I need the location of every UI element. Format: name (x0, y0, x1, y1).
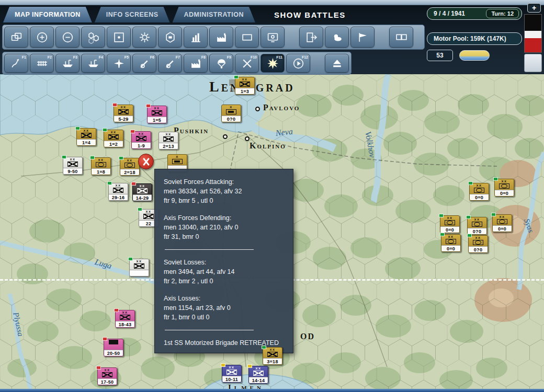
flag-footer-box (524, 54, 542, 72)
unit-strength: 5-29 (114, 116, 133, 122)
unit-strength: 1=8 (92, 168, 110, 175)
unit-counter[interactable]: XX3=18 (263, 347, 282, 365)
mode-title: SHOW BATTLES (274, 7, 346, 22)
unit-counter[interactable]: XX0=0 (469, 183, 489, 201)
unit-symbol-inf (253, 371, 264, 376)
unit-counter[interactable]: X0?0 (221, 105, 241, 122)
unit-flag (112, 103, 117, 107)
unit-strength: 2=18 (120, 169, 139, 175)
airdrop-mode-button[interactable]: F9 (209, 54, 233, 73)
unit-counter[interactable]: XX0=0 (441, 234, 461, 252)
ship-icon (61, 57, 74, 70)
unit-size-mark: XX (501, 180, 507, 183)
unit-counter[interactable]: X (167, 154, 187, 172)
unit-counter[interactable]: XX1=4 (76, 128, 96, 146)
dual-screen-button[interactable] (389, 27, 413, 48)
hexgrid-overlay (0, 74, 544, 389)
map-windows-button[interactable] (4, 27, 28, 48)
end-turn-button[interactable]: F12 (286, 54, 310, 73)
map-canvas[interactable] (0, 74, 544, 389)
exit-orders-button[interactable] (299, 27, 323, 48)
unit-flag (107, 181, 112, 185)
zoom-in-button[interactable] (30, 27, 54, 48)
air-mission-mode-button[interactable]: F5 (107, 54, 131, 73)
industry-mode-button[interactable]: F8 (184, 54, 208, 73)
unit-counter[interactable]: XX9-50 (63, 157, 83, 175)
tab-map-information[interactable]: MAP INFORMATION (3, 7, 92, 22)
unit-counter[interactable]: XX14-14 (248, 366, 268, 384)
sel-icon (112, 31, 126, 44)
unit-symbol-mot (96, 162, 106, 167)
plus-button[interactable]: + (527, 3, 541, 13)
zoom-out-button[interactable] (55, 27, 80, 48)
unit-counter[interactable]: XX1=3 (235, 77, 255, 95)
unit-flag (467, 234, 472, 237)
unit-counter[interactable]: XX29-16 (108, 183, 128, 201)
tab-info-screens[interactable]: INFO SCREENS (95, 7, 170, 22)
unit-flag (262, 345, 266, 349)
unit-counter[interactable]: XX1-9 (131, 131, 151, 149)
artillery-mode-button[interactable]: F7 (158, 54, 182, 73)
unit-strength: 14-14 (249, 377, 268, 383)
unit-counter[interactable]: XX22 (139, 209, 158, 227)
naval-gun-mode-button[interactable]: F6 (132, 54, 156, 73)
show-region-button[interactable] (235, 27, 259, 48)
unit-counter[interactable]: XX0?0 (467, 217, 487, 235)
unit-counter[interactable]: XX1=8 (91, 157, 111, 175)
unit-strength: 20-50 (104, 350, 123, 356)
weather-indicator[interactable] (459, 50, 490, 61)
unit-size-mark: XX (115, 184, 121, 188)
unit-strength: 0?0 (469, 246, 488, 252)
unit-counter[interactable]: XX2=13 (158, 132, 178, 149)
unit-flag (466, 215, 471, 219)
unit-counter[interactable]: XX17-50 (97, 367, 117, 385)
factory-locations-button[interactable] (209, 27, 233, 48)
unit-flag (75, 126, 80, 130)
unit-strength: 1=4 (77, 139, 96, 145)
show-weather-button[interactable] (325, 27, 349, 48)
unit-symbol-inf (67, 162, 78, 167)
unit-flag (103, 337, 107, 341)
unit-strength: 10-11 (222, 376, 241, 382)
unit-counter[interactable]: XX0=0 (492, 214, 512, 232)
victory-flags-button[interactable] (350, 27, 375, 48)
unit-counter[interactable]: 20-50 (104, 339, 123, 356)
hex-info-button[interactable] (81, 27, 105, 48)
unit-counter[interactable]: XX18-43 (115, 310, 135, 328)
unit-display-mode-button[interactable] (158, 27, 182, 48)
unit-counter[interactable]: XX0=0 (440, 215, 460, 233)
unit-counter[interactable]: XX1=5 (147, 106, 167, 123)
unit-symbol-inf (118, 109, 129, 114)
show-battles-mode-button[interactable]: F11 (260, 54, 285, 73)
unit-counter[interactable]: XX2=18 (120, 158, 140, 176)
toolbar-main (2, 25, 425, 50)
amphibious-mode-button[interactable]: F4 (81, 54, 105, 73)
battle-site-marker[interactable] (138, 154, 154, 169)
charts-button[interactable] (184, 27, 208, 48)
unit-counter[interactable]: XX5-29 (114, 105, 133, 122)
commit-turn-button[interactable] (325, 54, 349, 73)
unit-size-mark: XX (474, 218, 480, 222)
plane-icon (112, 57, 126, 70)
unit-counter[interactable]: XX10-11 (222, 365, 242, 383)
unit-symbol-inf (113, 188, 123, 193)
air-doctrine-mode-button[interactable]: F10 (235, 54, 259, 73)
jump-to-hex-button[interactable] (107, 27, 131, 48)
flag-red-stripe (525, 38, 541, 52)
unit-flag (493, 177, 498, 181)
unit-counter[interactable]: XX1=2 (104, 130, 123, 147)
unit-counter[interactable]: XX (129, 259, 149, 276)
unit-counter[interactable]: XX0=0 (494, 179, 514, 197)
unit-size-mark: XX (145, 210, 151, 214)
unit-size-mark: XX (83, 129, 89, 133)
naval-transport-mode-button[interactable]: F3 (55, 54, 80, 73)
preferences-button[interactable] (132, 27, 156, 48)
unit-symbol-inf (240, 82, 250, 87)
screen-settings-button[interactable] (260, 27, 285, 48)
tab-administration[interactable]: ADMINISTRATION (173, 7, 255, 22)
rail-mode-button[interactable]: F2 (30, 54, 54, 73)
unit-counter[interactable]: XX0?0 (468, 235, 488, 253)
movement-mode-button[interactable]: F1 (4, 54, 28, 73)
unit-counter[interactable]: XX14-29 (132, 183, 152, 201)
unit-symbol-mot (472, 222, 482, 227)
